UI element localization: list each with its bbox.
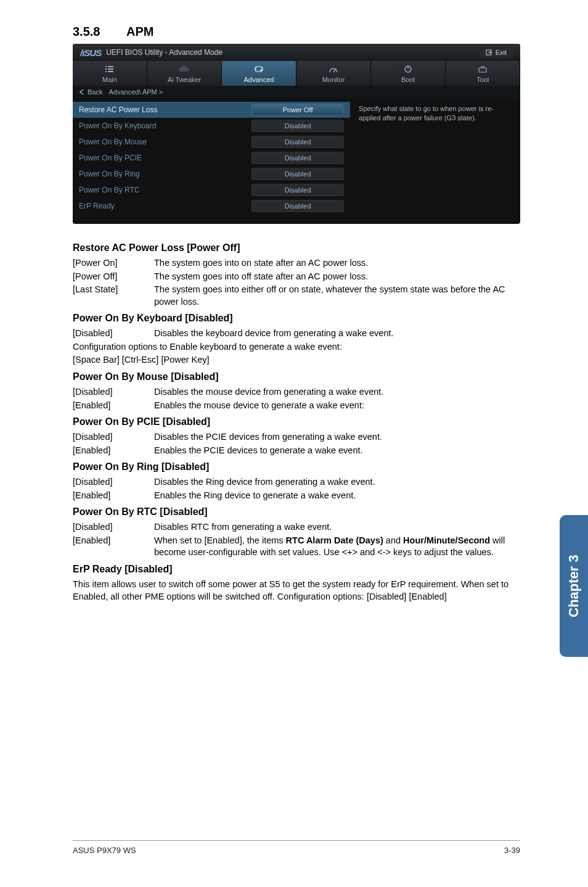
heading-power-keyboard: Power On By Keyboard [Disabled] — [73, 313, 520, 324]
cloud-icon — [179, 65, 190, 73]
svg-point-1 — [105, 66, 107, 67]
svg-rect-10 — [479, 68, 486, 72]
section-title: APM — [126, 25, 153, 38]
list-item: [Enabled]Enables the PCIE devices to gen… — [73, 445, 520, 457]
list-item: [Last State]The system goes into either … — [73, 284, 520, 308]
heading-power-pcie: Power On By PCIE [Disabled] — [73, 416, 520, 427]
list-item: [Enabled]Enables the mouse device to gen… — [73, 400, 520, 412]
list-item: [Enabled]Enables the Ring device to gene… — [73, 490, 520, 502]
list-item: [Disabled]Disables the PCIE devices from… — [73, 431, 520, 444]
chapter-tab: Chapter 3 — [560, 515, 588, 657]
list-item: [Disabled]Disables the Ring device from … — [73, 476, 520, 489]
list-item: [Disabled]Disables RTC from generating a… — [73, 521, 520, 534]
option-power-on-by-rtc[interactable]: Power On By RTC Disabled — [73, 182, 350, 198]
list-icon — [104, 65, 115, 73]
bios-header-title: UEFI BIOS Utility - Advanced Mode — [106, 48, 223, 57]
heading-power-rtc: Power On By RTC [Disabled] — [73, 506, 520, 518]
svg-point-5 — [105, 71, 107, 72]
heading-power-ring: Power On By Ring [Disabled] — [73, 461, 520, 472]
bios-tabs: Main Ai Tweaker Advanced Monitor Boot To… — [73, 61, 520, 86]
asus-logo: /ıSUS — [80, 47, 101, 58]
tab-advanced[interactable]: Advanced — [222, 61, 296, 86]
body-text: [Space Bar] [Ctrl-Esc] [Power Key] — [73, 354, 520, 366]
section-number: 3.5.8 — [73, 25, 100, 38]
svg-point-3 — [105, 68, 107, 70]
option-value[interactable]: Disabled — [251, 200, 344, 212]
heading-power-mouse: Power On By Mouse [Disabled] — [73, 371, 520, 382]
svg-point-8 — [260, 70, 261, 71]
footer-model: ASUS P9X79 WS — [73, 846, 136, 855]
option-restore-ac-power-loss[interactable]: Restore AC Power Loss Power Off — [73, 102, 350, 118]
body-text: This item allows user to switch off some… — [73, 579, 520, 603]
exit-label: Exit — [496, 49, 507, 56]
option-value[interactable]: Disabled — [251, 168, 344, 180]
list-item: [Disabled]Disables the keyboard device f… — [73, 328, 520, 340]
heading-erp-ready: ErP Ready [Disabled] — [73, 564, 520, 575]
option-power-on-by-ring[interactable]: Power On By Ring Disabled — [73, 166, 350, 182]
option-value[interactable]: Disabled — [251, 136, 344, 148]
back-button[interactable]: Back — [79, 88, 102, 96]
tab-monitor[interactable]: Monitor — [296, 61, 371, 86]
footer-page-number: 3-39 — [504, 846, 520, 855]
gauge-icon — [328, 65, 339, 73]
tab-tool[interactable]: Tool — [446, 61, 520, 86]
option-value[interactable]: Power Off — [251, 104, 344, 116]
bios-help-panel: Specify what state to go to when power i… — [350, 98, 520, 224]
list-item: [Disabled]Disables the mouse device from… — [73, 386, 520, 398]
tab-ai-tweaker[interactable]: Ai Tweaker — [147, 61, 222, 86]
tab-main[interactable]: Main — [73, 61, 147, 86]
power-icon — [402, 65, 414, 73]
exit-button[interactable]: Exit — [480, 47, 513, 58]
page-footer: ASUS P9X79 WS 3-39 — [73, 840, 520, 855]
option-value[interactable]: Disabled — [251, 152, 344, 164]
breadcrumb: Advanced\ APM > — [108, 88, 163, 96]
svg-rect-2 — [108, 66, 113, 67]
option-value[interactable]: Disabled — [251, 120, 344, 132]
option-erp-ready[interactable]: ErP Ready Disabled — [73, 198, 350, 214]
exit-icon — [486, 49, 492, 56]
list-item: [Power Off]The system goes into off stat… — [73, 271, 520, 283]
heading-restore-ac: Restore AC Power Loss [Power Off] — [73, 242, 520, 254]
svg-rect-4 — [108, 68, 113, 70]
option-value[interactable]: Disabled — [251, 184, 344, 196]
toolbox-icon — [477, 65, 488, 73]
body-text: Configuration options to Enable keyboard… — [73, 341, 520, 353]
tab-boot[interactable]: Boot — [371, 61, 446, 86]
option-power-on-by-pcie[interactable]: Power On By PCIE Disabled — [73, 150, 350, 166]
bios-titlebar: /ıSUS UEFI BIOS Utility - Advanced Mode … — [73, 44, 520, 61]
bios-options-list: Restore AC Power Loss Power Off Power On… — [73, 98, 350, 224]
svg-rect-6 — [108, 71, 113, 72]
list-item: [Enabled]When set to [Enabled], the item… — [73, 535, 520, 559]
option-power-on-by-keyboard[interactable]: Power On By Keyboard Disabled — [73, 118, 350, 134]
arrow-left-icon — [79, 89, 85, 95]
list-item: [Power On]The system goes into on state … — [73, 257, 520, 270]
option-power-on-by-mouse[interactable]: Power On By Mouse Disabled — [73, 134, 350, 150]
chip-icon — [253, 65, 264, 73]
bios-screenshot: /ıSUS UEFI BIOS Utility - Advanced Mode … — [73, 44, 520, 224]
